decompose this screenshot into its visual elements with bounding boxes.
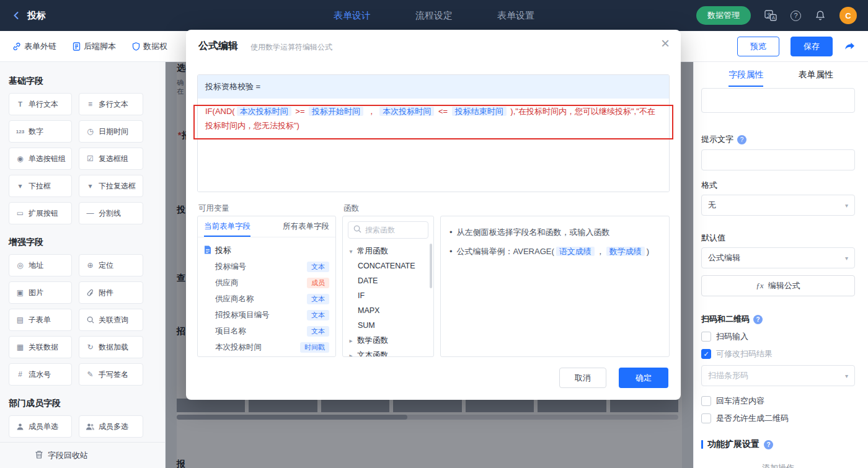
- toolbar-item-1[interactable]: 表单外链: [12, 41, 56, 52]
- toolbar-item-3[interactable]: 数据权: [132, 41, 167, 52]
- function-group-2[interactable]: ▸数学函数: [343, 333, 433, 348]
- palette-field-label: 流水号: [29, 369, 51, 380]
- variable-field-2[interactable]: 供应商成员: [204, 275, 329, 291]
- barcode-type-select[interactable]: 扫描条形码▾: [701, 365, 855, 386]
- functions-scrollbar[interactable]: [430, 244, 432, 288]
- formula-field-token: 本次投标时间: [237, 107, 291, 116]
- function-item-concatenate[interactable]: CONCATENATE: [343, 258, 433, 273]
- palette-field-2-10[interactable]: ✎手写签名: [79, 363, 143, 386]
- functions-panel: ▾常用函数CONCATENATEDATEIFMAPXSUM▸数学函数▸文本函数: [342, 216, 434, 357]
- tab-current-form-fields[interactable]: 当前表单字段: [204, 216, 250, 237]
- scan-section-label: 扫码和二维码?: [701, 314, 763, 325]
- field-type-badge: 成员: [307, 278, 329, 288]
- form-node[interactable]: 投标: [204, 242, 329, 258]
- palette-field-1-9[interactable]: ▭扩展按钮: [9, 202, 72, 224]
- variable-field-4[interactable]: 招投标项目编号文本: [204, 307, 329, 323]
- close-icon[interactable]: ×: [661, 36, 670, 51]
- function-group-1[interactable]: ▾常用函数: [343, 244, 433, 258]
- palette-field-3-1[interactable]: 成员单选: [9, 415, 72, 438]
- palette-field-2-1[interactable]: ◎地址: [9, 254, 72, 276]
- palette-field-label: 关联数据: [29, 342, 58, 353]
- select-icon: ▾: [15, 182, 25, 190]
- palette-field-2-9[interactable]: #流水号: [9, 363, 72, 386]
- palette-field-2-6[interactable]: 关联查询: [79, 309, 143, 331]
- confirm-button[interactable]: 确定: [619, 368, 668, 388]
- help-icon[interactable]: ?: [764, 440, 773, 449]
- formula-field-token: 投标结束时间: [452, 107, 507, 116]
- form-node-label: 投标: [215, 245, 231, 256]
- recycle-bin[interactable]: 字段回收站: [0, 442, 165, 468]
- avatar[interactable]: C: [839, 7, 857, 24]
- variable-field-5[interactable]: 项目名称文本: [204, 323, 329, 339]
- checkbox-row-1[interactable]: 扫码输入: [701, 331, 748, 342]
- palette-field-3-2[interactable]: 成员多选: [79, 415, 143, 438]
- function-search-input[interactable]: [365, 226, 420, 234]
- add-action-button[interactable]: 添加操作: [701, 462, 855, 468]
- data-manage-button[interactable]: 数据管理: [696, 6, 751, 25]
- app: 投标 表单设计流程设定表单设置 数据管理 文A ? C 表单外链后端脚本数据权 …: [0, 0, 868, 468]
- dataload-icon: ↻: [85, 343, 95, 351]
- variable-field-name: 供应商: [215, 278, 239, 288]
- variable-field-3[interactable]: 供应商名称文本: [204, 291, 329, 307]
- back-button[interactable]: [11, 11, 21, 20]
- lookup-icon: [85, 316, 95, 324]
- cancel-button[interactable]: 取消: [559, 368, 606, 388]
- checkbox-row-2[interactable]: ✓可修改扫码结果: [701, 348, 773, 360]
- topbar-tab-2[interactable]: 流程设定: [415, 10, 453, 22]
- help-icon[interactable]: ?: [790, 11, 801, 21]
- function-item-date[interactable]: DATE: [343, 273, 433, 288]
- palette-field-2-4[interactable]: 附件: [79, 281, 143, 304]
- preview-button[interactable]: 预览: [737, 37, 779, 56]
- default-value-select[interactable]: 公式编辑▾: [701, 247, 855, 268]
- tab-form-properties[interactable]: 表单属性: [799, 69, 833, 87]
- palette-field-1-4[interactable]: ◷日期时间: [79, 120, 143, 143]
- palette-field-1-7[interactable]: ▾下拉框: [9, 175, 72, 197]
- formula-target: 投标资格校验 =: [198, 75, 669, 99]
- palette-field-label: 数字: [29, 126, 43, 137]
- palette-field-2-5[interactable]: ▤子表单: [9, 309, 72, 331]
- topbar-tab-3[interactable]: 表单设置: [497, 10, 534, 22]
- formula-input[interactable]: IF(AND(本次投标时间 >= 投标开始时间 ， 本次投标时间 <= 投标结束…: [198, 99, 669, 192]
- toolbar-item-2[interactable]: 后端脚本: [73, 41, 116, 52]
- checkbox-row-3[interactable]: 回车清空内容: [701, 395, 764, 407]
- formula-text: IF(AND(: [205, 107, 235, 116]
- tab-field-properties[interactable]: 字段属性: [728, 69, 763, 87]
- variable-field-name: 招投标项目编号: [215, 310, 270, 320]
- palette-field-1-2[interactable]: ≡多行文本: [79, 93, 143, 115]
- number-icon: 123: [15, 129, 25, 135]
- palette-field-2-8[interactable]: ↻数据加载: [79, 336, 143, 358]
- search-icon: [353, 225, 361, 235]
- palette-field-1-6[interactable]: ☑复选框组: [79, 148, 143, 170]
- palette-field-1-3[interactable]: 123数字: [9, 120, 72, 143]
- function-group-3[interactable]: ▸文本函数: [343, 348, 433, 357]
- save-button[interactable]: 保存: [790, 37, 833, 56]
- palette-field-1-8[interactable]: ▾下拉复选框: [79, 175, 143, 197]
- tab-all-form-fields[interactable]: 所有表单字段: [283, 216, 329, 237]
- svg-text:A: A: [772, 15, 776, 20]
- variable-field-1[interactable]: 投标编号文本: [204, 258, 329, 275]
- bell-icon[interactable]: [815, 10, 826, 21]
- functions-label: 函数: [343, 203, 359, 214]
- palette-field-2-3[interactable]: ▣图片: [9, 281, 72, 304]
- help-icon[interactable]: ?: [737, 135, 746, 144]
- palette-field-1-10[interactable]: —分割线: [79, 202, 143, 224]
- palette-field-1-1[interactable]: T单行文本: [9, 93, 72, 115]
- function-item-if[interactable]: IF: [343, 288, 433, 303]
- hint-text-input[interactable]: [701, 149, 855, 170]
- translate-icon[interactable]: 文A: [764, 10, 777, 21]
- palette-field-2-7[interactable]: ▦关联数据: [9, 336, 72, 358]
- format-select[interactable]: 无▾: [701, 195, 855, 216]
- function-item-mapx[interactable]: MAPX: [343, 303, 433, 318]
- checkbox-row-4[interactable]: 是否允许生成二维码: [701, 413, 789, 424]
- variable-field-6[interactable]: 本次投标时间时间戳: [204, 339, 329, 355]
- field-title-input[interactable]: [701, 88, 855, 113]
- function-item-sum[interactable]: SUM: [343, 318, 433, 333]
- share-icon[interactable]: [844, 41, 856, 51]
- topbar-tab-1[interactable]: 表单设计: [334, 10, 371, 22]
- edit-formula-label: 编辑公式: [768, 280, 800, 291]
- help-icon[interactable]: ?: [753, 315, 763, 324]
- function-search[interactable]: [348, 221, 428, 239]
- palette-field-1-5[interactable]: ◉单选按钮组: [9, 148, 72, 170]
- palette-field-2-2[interactable]: ⊕定位: [79, 254, 143, 276]
- edit-formula-button[interactable]: ƒx编辑公式: [701, 275, 855, 296]
